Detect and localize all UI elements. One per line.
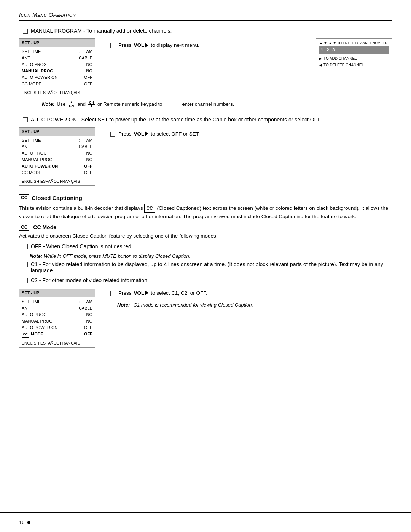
cc-icon-heading: CC	[19, 194, 29, 201]
menu-box-3: SET - UP SET TIME- - : - - AM ANTCABLE A…	[19, 289, 95, 348]
checkbox-icon-3	[23, 117, 28, 122]
updown-arrows: ▲ ▼	[319, 40, 327, 46]
menu-row: CC MODEOFF	[22, 169, 92, 176]
press-vol-desc-2: Press VOL to select OFF or SET.	[118, 131, 200, 137]
menu2-body: SET TIME- - : - - AM ANTCABLE AUTO PROGN…	[19, 136, 95, 177]
cc-bullet-c2: C2 - For other modes of video related in…	[23, 277, 392, 283]
page-footer: 16	[19, 519, 30, 525]
menu-row: SET TIME- - : - - AM	[22, 299, 92, 305]
cc-body-text: This television contains a built-in deco…	[19, 204, 392, 221]
menu2-title: SET - UP	[19, 128, 95, 136]
cc-heading: CC Closed Captioning	[19, 194, 392, 201]
menu-row: AUTO PROGNO	[22, 150, 92, 157]
menu1-footer: ENGLISH ESPAÑOL FRANÇAIS	[19, 89, 95, 97]
auto-power-bullet: AUTO POWER ON - Select SET to power up t…	[23, 117, 392, 123]
section-cc: CC Closed Captioning This television con…	[19, 194, 392, 348]
vol-triangle-icon	[145, 43, 148, 48]
menu-row: SET TIME- - : - - AM	[22, 48, 92, 55]
menu-row-bold-cc: CC MODE OFF	[22, 331, 92, 338]
checkbox-icon-2	[110, 43, 115, 48]
menu-row-bold: MANUAL PROGNO	[22, 68, 92, 74]
menu-row: ANTCABLE	[22, 144, 92, 150]
vol-button-label: VOL	[134, 42, 149, 48]
menu3-body: SET TIME- - : - - AM ANTCABLE AUTO PROGN…	[19, 297, 95, 339]
press-vol-2-area: Press VOL to select OFF or SET.	[107, 127, 392, 141]
page-title: Icon Menu Operation	[19, 11, 392, 21]
checkbox-icon-8	[110, 291, 115, 296]
menu1-title: SET - UP	[19, 39, 95, 47]
menu-row: AUTO POWER ONOFF	[22, 324, 92, 331]
channel-box-header: ▲ ▼ ▲ ▼ TO ENTER CHANNEL NUMBER	[319, 40, 389, 46]
manual-prog-row: SET - UP SET TIME- - : - - AM ANTCABLE A…	[19, 38, 392, 97]
note-c1: Note: C1 mode is recommended for viewing…	[117, 302, 392, 308]
menu-row: MANUAL PROGNO	[22, 157, 92, 163]
menu-row: MANUAL PROGNO	[22, 318, 92, 324]
press-vol-desc-1: Press VOL to display next menu.	[118, 42, 304, 48]
channel-delete-row: TO DELETE CHANNEL	[319, 62, 389, 68]
vol-triangle-icon-3	[145, 291, 148, 295]
cc-inline-icon: CC	[144, 204, 155, 213]
arrow-right-icon	[319, 56, 322, 62]
cc-mode-desc: Activates the onscreen Closed Caption fe…	[19, 232, 392, 240]
cc-mode-icon: CC	[19, 224, 29, 231]
menu3-footer: ENGLISH ESPAÑOL FRANÇAIS	[19, 339, 95, 347]
note-area-1: Note: Use ▲ CH and CH ▼ or Remote numeri…	[42, 101, 392, 108]
menu-row: SET TIME- - : - - AM	[22, 137, 92, 144]
channel-add-row: TO ADD CHANNEL	[319, 56, 389, 62]
vol-triangle-icon-2	[145, 131, 148, 136]
ch-down-icon: CH ▼	[88, 101, 95, 108]
menu-row: AUTO PROGNO	[22, 61, 92, 68]
checkbox-icon-6	[23, 262, 28, 267]
channel-number-row: 1 2 3	[319, 46, 389, 54]
manual-program-bullet: MANUAL PROGRAM - To manually add or dele…	[23, 28, 392, 34]
menu-row: AUTO POWER ONOFF	[22, 74, 92, 81]
menu2-footer: ENGLISH ESPAÑOL FRANÇAIS	[19, 177, 95, 185]
menu-row: ANTCABLE	[22, 305, 92, 312]
press-vol-3-area: Press VOL to select C1, C2, or OFF. Note…	[107, 289, 392, 308]
press-vol-desc-3: Press VOL to select C1, C2, or OFF.	[118, 290, 392, 296]
cc-menu-icon: CC	[22, 332, 29, 338]
cc-note-off: Note: While in OFF mode, press MUTE butt…	[30, 253, 392, 259]
menu3-title: SET - UP	[19, 289, 95, 297]
section-auto-power: AUTO POWER ON - Select SET to power up t…	[19, 117, 392, 186]
footer-line	[0, 512, 411, 513]
checkbox-icon-5	[23, 244, 28, 249]
menu-row-bold: AUTO POWER ONOFF	[22, 163, 92, 169]
menu1-body: SET TIME- - : - - AM ANTCABLE AUTO PROGN…	[19, 47, 95, 89]
cc-menu-row: SET - UP SET TIME- - : - - AM ANTCABLE A…	[19, 289, 392, 348]
page-container: Icon Menu Operation MANUAL PROGRAM - To …	[0, 0, 411, 371]
checkbox-icon-7	[23, 278, 28, 283]
menu-row: ANTCABLE	[22, 55, 92, 61]
menu-row: CC MODEOFF	[22, 81, 92, 87]
press-vol-2: Press VOL to select OFF or SET.	[110, 131, 200, 137]
arrow-left-icon	[319, 62, 322, 68]
footer-bullet	[27, 521, 30, 524]
checkbox-icon-4	[110, 132, 115, 137]
ch-up-icon: ▲ CH	[68, 101, 75, 108]
press-vol-1: Press VOL to display next menu.	[110, 42, 304, 48]
menu-row: AUTO PROGNO	[22, 312, 92, 318]
press-vol-3: Press VOL to select C1, C2, or OFF.	[110, 290, 392, 296]
cc-mode-heading: CC CC Mode	[19, 224, 392, 231]
auto-power-row: SET - UP SET TIME- - : - - AM ANTCABLE A…	[19, 127, 392, 186]
checkbox-icon	[23, 29, 28, 34]
menu-box-1: SET - UP SET TIME- - : - - AM ANTCABLE A…	[19, 38, 95, 97]
section-manual-program: MANUAL PROGRAM - To manually add or dele…	[19, 28, 392, 108]
vol-button-label-2: VOL	[134, 131, 149, 137]
channel-box: ▲ ▼ ▲ ▼ TO ENTER CHANNEL NUMBER 1 2 3 TO…	[316, 38, 392, 70]
cc-bullet-off: OFF - When Closed Caption is not desired…	[23, 243, 392, 249]
vol-button-label-3: VOL	[134, 290, 149, 296]
cc-bullet-c1: C1 - For video related information to be…	[23, 261, 392, 273]
menu-box-2: SET - UP SET TIME- - : - - AM ANTCABLE A…	[19, 127, 95, 186]
